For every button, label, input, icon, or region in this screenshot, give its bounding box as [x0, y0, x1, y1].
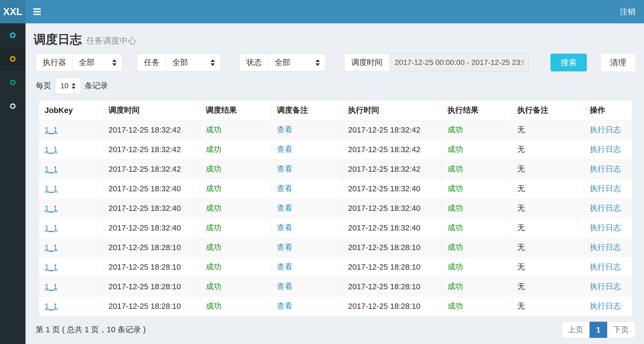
trigger-time-cell: 2017-12-25 18:28:10: [103, 257, 200, 277]
handle-time-cell: 2017-12-25 18:28:10: [343, 257, 442, 277]
execute-log-link[interactable]: 执行日志: [584, 277, 632, 297]
trigger-result-cell: 成功: [200, 199, 272, 218]
status-select[interactable]: 全部: [268, 54, 325, 71]
sidebar-item-3[interactable]: [0, 71, 26, 94]
column-header: JobKey: [39, 101, 103, 120]
trigger-remark-link[interactable]: 查看: [272, 238, 343, 257]
handle-result-cell: 成功: [442, 179, 512, 199]
sidebar-toggle-button[interactable]: [26, 0, 49, 23]
jobkey-link[interactable]: 1_1: [39, 179, 103, 199]
sidebar-item-1[interactable]: [0, 23, 26, 47]
clear-button[interactable]: 清理: [601, 54, 635, 71]
execute-log-link[interactable]: 执行日志: [584, 238, 632, 257]
trigger-result-cell: 成功: [200, 297, 272, 316]
handle-result-cell: 成功: [442, 140, 512, 159]
table-row: 1_12017-12-25 18:32:40成功查看2017-12-25 18:…: [39, 199, 632, 218]
jobkey-link[interactable]: 1_1: [39, 218, 103, 238]
execute-log-link[interactable]: 执行日志: [584, 218, 632, 238]
select-arrows-icon: [211, 59, 215, 66]
handle-time-cell: 2017-12-25 18:32:42: [343, 159, 442, 179]
column-header: 执行备注: [512, 101, 584, 120]
prev-page-button[interactable]: 上页: [562, 322, 589, 338]
jobkey-link[interactable]: 1_1: [39, 120, 103, 140]
jobkey-link[interactable]: 1_1: [39, 277, 103, 297]
page-title: 调度日志: [34, 31, 82, 47]
column-header: 调度备注: [272, 101, 343, 120]
trigger-remark-link[interactable]: 查看: [272, 297, 343, 316]
trigger-remark-link[interactable]: 查看: [272, 218, 343, 238]
executor-filter-label: 执行器: [36, 54, 73, 71]
job-select[interactable]: 全部: [166, 54, 220, 71]
time-range-input[interactable]: [389, 54, 529, 71]
time-filter-label: 调度时间: [344, 54, 389, 71]
handle-result-cell: 成功: [442, 218, 512, 238]
handle-result-cell: 成功: [442, 257, 512, 277]
sidebar-item-2[interactable]: [0, 47, 26, 71]
handle-time-cell: 2017-12-25 18:32:40: [343, 179, 442, 199]
handle-time-cell: 2017-12-25 18:28:10: [343, 238, 442, 257]
jobkey-link[interactable]: 1_1: [39, 297, 103, 316]
select-arrows-icon: [316, 59, 320, 66]
job-filter-label: 任务: [137, 54, 166, 71]
trigger-remark-link[interactable]: 查看: [272, 140, 343, 159]
select-arrows-icon: [112, 59, 117, 66]
trigger-remark-link[interactable]: 查看: [272, 199, 343, 218]
handle-remark-cell: 无: [512, 277, 584, 297]
execute-log-link[interactable]: 执行日志: [584, 159, 632, 179]
table-row: 1_12017-12-25 18:28:10成功查看2017-12-25 18:…: [39, 257, 632, 277]
log-table-header-row: JobKey调度时间调度结果调度备注执行时间执行结果执行备注操作: [39, 101, 632, 120]
page-size-select[interactable]: 10: [55, 78, 81, 94]
circle-outline-icon: [10, 80, 16, 85]
execute-log-link[interactable]: 执行日志: [584, 179, 632, 199]
log-table: JobKey调度时间调度结果调度备注执行时间执行结果执行备注操作 1_12017…: [39, 100, 632, 316]
trigger-time-cell: 2017-12-25 18:32:40: [103, 199, 200, 218]
current-page-button[interactable]: 1: [589, 322, 607, 338]
jobkey-link[interactable]: 1_1: [39, 199, 103, 218]
sidebar-menu: [0, 23, 26, 344]
execute-log-link[interactable]: 执行日志: [584, 140, 632, 159]
page-size-prefix: 每页: [36, 80, 51, 91]
column-header: 执行结果: [442, 101, 512, 120]
jobkey-link[interactable]: 1_1: [39, 238, 103, 257]
trigger-remark-link[interactable]: 查看: [272, 120, 343, 140]
trigger-time-cell: 2017-12-25 18:28:10: [103, 277, 200, 297]
execute-log-link[interactable]: 执行日志: [584, 199, 632, 218]
jobkey-link[interactable]: 1_1: [39, 257, 103, 277]
trigger-result-cell: 成功: [200, 257, 272, 277]
table-row: 1_12017-12-25 18:32:42成功查看2017-12-25 18:…: [39, 120, 632, 140]
trigger-remark-link[interactable]: 查看: [272, 159, 343, 179]
circle-outline-icon: [10, 103, 16, 109]
page-header: 调度日志 任务调度中心: [34, 23, 637, 52]
trigger-remark-link[interactable]: 查看: [272, 277, 343, 297]
jobkey-link[interactable]: 1_1: [39, 140, 103, 159]
handle-result-cell: 成功: [442, 199, 512, 218]
execute-log-link[interactable]: 执行日志: [584, 297, 632, 316]
status-filter-label: 状态: [239, 54, 269, 71]
trigger-time-cell: 2017-12-25 18:28:10: [103, 297, 200, 316]
logout-link[interactable]: 注销: [611, 0, 644, 23]
handle-time-cell: 2017-12-25 18:28:10: [343, 297, 442, 316]
handle-remark-cell: 无: [512, 257, 584, 277]
next-page-button[interactable]: 下页: [607, 322, 635, 338]
handle-time-cell: 2017-12-25 18:32:40: [343, 218, 442, 238]
trigger-remark-link[interactable]: 查看: [272, 257, 343, 277]
trigger-result-cell: 成功: [200, 179, 272, 199]
handle-result-cell: 成功: [442, 297, 512, 316]
circle-outline-icon: [10, 56, 16, 62]
app-logo[interactable]: XXL: [0, 0, 26, 23]
table-footer: 第 1 页 ( 总共 1 页，10 条记录 ) 上页 1 下页: [36, 321, 635, 338]
execute-log-link[interactable]: 执行日志: [584, 257, 632, 277]
executor-select[interactable]: 全部: [72, 54, 122, 71]
top-navbar: XXL 注销: [0, 0, 644, 23]
jobkey-link[interactable]: 1_1: [39, 159, 103, 179]
execute-log-link[interactable]: 执行日志: [584, 120, 632, 140]
sidebar-item-4[interactable]: [0, 94, 26, 118]
handle-remark-cell: 无: [512, 140, 584, 159]
table-row: 1_12017-12-25 18:32:42成功查看2017-12-25 18:…: [39, 159, 632, 179]
trigger-result-cell: 成功: [200, 140, 272, 159]
trigger-remark-link[interactable]: 查看: [272, 179, 343, 199]
trigger-time-cell: 2017-12-25 18:32:40: [103, 218, 200, 238]
table-row: 1_12017-12-25 18:28:10成功查看2017-12-25 18:…: [39, 277, 632, 297]
search-button[interactable]: 搜索: [551, 54, 587, 71]
column-header: 执行时间: [343, 101, 442, 120]
